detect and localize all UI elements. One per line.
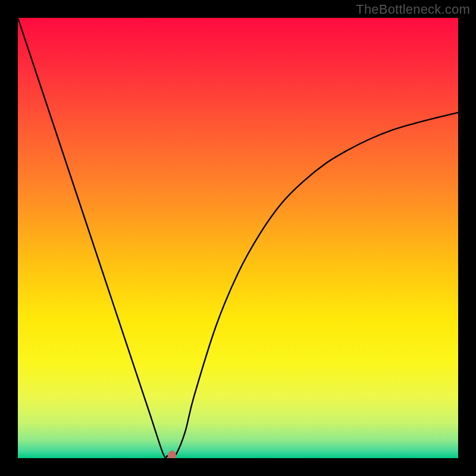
watermark-text: TheBottleneck.com (356, 2, 470, 17)
optimum-marker (168, 450, 176, 458)
curve-layer (18, 18, 458, 458)
plot-area (18, 18, 458, 458)
chart-frame: TheBottleneck.com (0, 0, 476, 476)
bottleneck-curve (18, 18, 458, 458)
